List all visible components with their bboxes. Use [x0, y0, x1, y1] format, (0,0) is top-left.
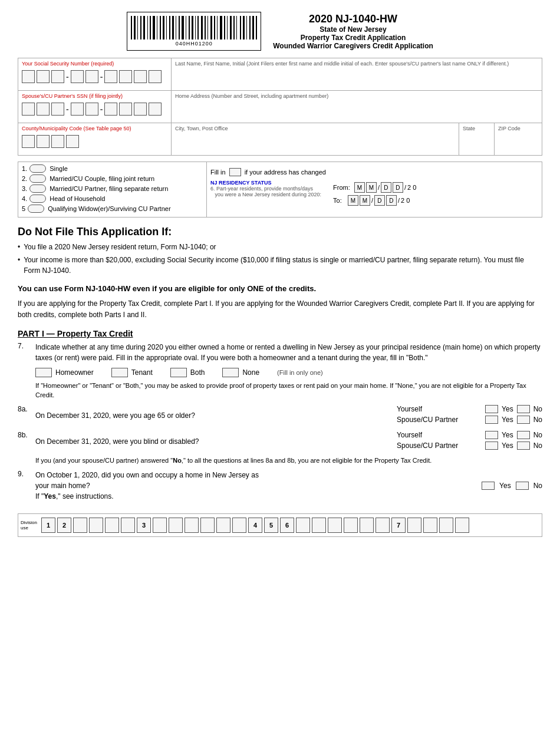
q8a-spouse-no-box[interactable] [517, 416, 530, 424]
div-box-21[interactable] [360, 518, 374, 533]
county-box-4[interactable] [66, 135, 79, 148]
ssn-box-4[interactable] [71, 70, 84, 83]
to-slash2: / [398, 197, 400, 204]
q8b-yourself-yes-label: Yes [502, 431, 513, 439]
div-box-24[interactable] [407, 518, 421, 533]
residency-title: NJ RESIDENCY STATUS [210, 180, 321, 186]
q8a-yourself-no-box[interactable] [517, 405, 530, 413]
div-box-13[interactable] [232, 518, 246, 533]
to-d1[interactable]: D [374, 195, 385, 206]
ssn-box-7[interactable] [119, 70, 132, 83]
spouse-ssn-box-5[interactable] [85, 103, 98, 116]
q9-no-label: No [533, 482, 542, 490]
div-box-3[interactable] [73, 518, 87, 533]
div-box-12[interactable] [216, 518, 230, 533]
to-d2[interactable]: D [386, 195, 397, 206]
q8a-spouse-row: Spouse/CU Partner Yes No [397, 416, 542, 424]
q8a-num: 8a. [18, 405, 35, 426]
div-box-20[interactable] [344, 518, 358, 533]
options-row: Homeowner Tenant Both None (Fill in only… [35, 368, 542, 377]
spouse-ssn-box-6[interactable] [104, 103, 117, 116]
ssn-cell: Your Social Security Number (required) -… [18, 58, 172, 90]
div-box-5[interactable] [105, 518, 119, 533]
spouse-ssn-box-8[interactable] [134, 103, 147, 116]
div-box-27[interactable] [455, 518, 469, 533]
q8b-spouse-no-box[interactable] [517, 442, 530, 450]
div-box-26[interactable] [439, 518, 453, 533]
ssn-box-6[interactable] [104, 70, 117, 83]
q8b-spouse-yes-box[interactable] [485, 442, 498, 450]
status-oval-3[interactable] [29, 185, 46, 193]
both-radio[interactable] [170, 368, 187, 377]
div-box-4[interactable] [89, 518, 103, 533]
ssn-box-3[interactable] [51, 70, 64, 83]
q8b-yourself-no-box[interactable] [517, 431, 530, 439]
div-box-22[interactable] [375, 518, 390, 533]
div-box-18[interactable] [312, 518, 326, 533]
div-box-9[interactable] [169, 518, 183, 533]
q8b-yourself-row: Yourself Yes No [397, 431, 542, 439]
q7-text: Indicate whether at any time during 2020… [35, 342, 542, 363]
q8b-spouse-no-label: No [533, 442, 542, 450]
status-oval-2[interactable] [29, 174, 46, 183]
from-d2[interactable]: D [393, 182, 403, 193]
spouse-ssn-box-2[interactable] [37, 103, 50, 116]
spouse-ssn-box-3[interactable] [51, 103, 64, 116]
county-box-2[interactable] [37, 135, 50, 148]
spouse-ssn-box-9[interactable] [149, 103, 162, 116]
q9-yes-label: Yes [499, 482, 511, 490]
do-not-file-title: Do Not File This Application If: [18, 226, 542, 238]
ssn-box-8[interactable] [134, 70, 147, 83]
div-box-15[interactable]: 5 [264, 518, 278, 533]
div-box-19[interactable] [328, 518, 342, 533]
ssn-box-2[interactable] [37, 70, 50, 83]
county-box-3[interactable] [51, 135, 64, 148]
homeowner-radio[interactable] [35, 368, 52, 377]
spouse-ssn-box-4[interactable] [71, 103, 84, 116]
form-number: 2020 NJ-1040-HW [273, 13, 433, 25]
from-d1[interactable]: D [381, 182, 391, 193]
q9-yes-box[interactable] [482, 482, 495, 490]
div-box-6[interactable] [121, 518, 135, 533]
status-oval-5[interactable] [28, 205, 44, 213]
div-box-2[interactable]: 2 [57, 518, 71, 533]
spouse-ssn-box-1[interactable] [22, 103, 35, 116]
div-box-23[interactable]: 7 [391, 518, 406, 533]
div-box-25[interactable] [423, 518, 437, 533]
status-oval-1[interactable] [29, 164, 46, 173]
to-m2[interactable]: M [360, 195, 370, 206]
fill-note: (Fill in only one) [277, 369, 323, 376]
from-m2[interactable]: M [366, 182, 377, 193]
q8a-spouse-yes-box[interactable] [485, 416, 498, 424]
ssn-box-1[interactable] [22, 70, 35, 83]
spouse-ssn-box-7[interactable] [119, 103, 132, 116]
div-box-1[interactable]: 1 [41, 518, 55, 533]
ssn-box-9[interactable] [149, 70, 162, 83]
tenant-radio[interactable] [111, 368, 128, 377]
filing-status-left: 1. Single 2. Married/CU Couple, filing j… [18, 162, 207, 217]
ssn-box-5[interactable] [85, 70, 98, 83]
status-label-4: Head of Household [50, 195, 105, 202]
address-changed-box[interactable] [229, 168, 241, 176]
div-box-10[interactable] [185, 518, 199, 533]
status-label-5: Qualifying Widow(er)/Surviving CU Partne… [48, 205, 170, 212]
div-box-16[interactable]: 6 [280, 518, 294, 533]
to-m1[interactable]: M [348, 195, 358, 206]
div-box-14[interactable]: 4 [248, 518, 262, 533]
q8a-yourself-label: Yourself [397, 405, 479, 413]
to-year: 2 0 [401, 197, 410, 204]
div-box-11[interactable] [200, 518, 215, 533]
from-m1[interactable]: M [354, 182, 365, 193]
status-oval-4[interactable] [29, 195, 46, 203]
q7-num: 7. [18, 342, 35, 363]
q8b-yourself-yes-box[interactable] [485, 431, 498, 439]
q9-no-box[interactable] [516, 482, 529, 490]
homeowner-label: Homeowner [55, 368, 94, 377]
county-box-1[interactable] [22, 135, 35, 148]
q8a-yourself-yes-box[interactable] [485, 405, 498, 413]
div-box-17[interactable] [296, 518, 310, 533]
div-box-7[interactable]: 3 [137, 518, 151, 533]
none-radio[interactable] [222, 368, 239, 377]
div-box-8[interactable] [153, 518, 167, 533]
bullet-text-2: Your income is more than $20,000, exclud… [24, 255, 542, 276]
